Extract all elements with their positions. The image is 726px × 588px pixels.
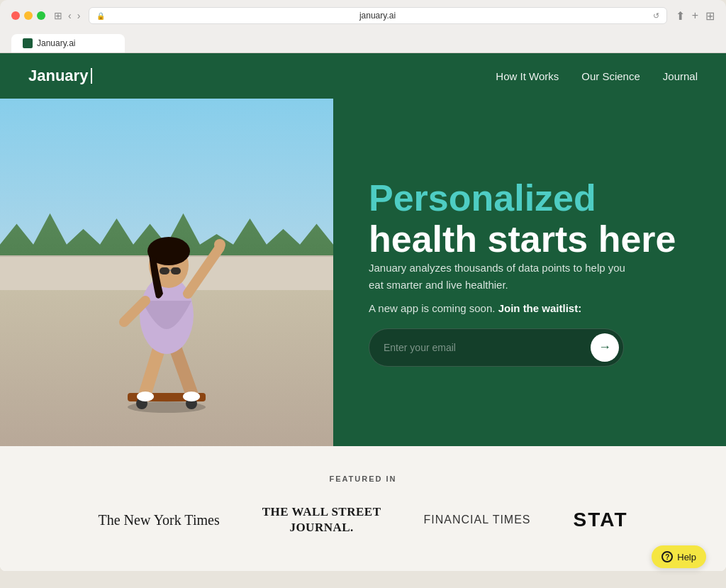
skater-illustration bbox=[89, 191, 245, 418]
maximize-button[interactable] bbox=[37, 11, 45, 20]
svg-rect-12 bbox=[160, 267, 169, 274]
back-icon[interactable]: ‹ bbox=[68, 10, 72, 21]
svg-point-16 bbox=[183, 392, 200, 401]
help-button[interactable]: ? Help bbox=[652, 545, 706, 568]
nyt-logo: The New York Times bbox=[99, 512, 220, 528]
logo-cursor bbox=[91, 68, 92, 84]
active-tab[interactable]: January.ai bbox=[11, 34, 125, 52]
nav-our-science[interactable]: Our Science bbox=[581, 70, 640, 82]
tab-favicon bbox=[23, 38, 33, 48]
hero-description: January analyzes thousands of data point… bbox=[369, 260, 638, 294]
browser-tabs: January.ai bbox=[11, 34, 715, 52]
minimize-button[interactable] bbox=[24, 11, 33, 20]
cta-prefix: A new app is coming soon. bbox=[369, 302, 495, 314]
forward-icon[interactable]: › bbox=[77, 10, 81, 21]
share-icon[interactable]: ⬆ bbox=[676, 9, 685, 23]
email-input[interactable] bbox=[384, 342, 591, 353]
hero-image bbox=[0, 99, 333, 446]
hero-title-line2: health starts here bbox=[369, 218, 676, 260]
hero-cta-text: A new app is coming soon. Join the waitl… bbox=[369, 302, 691, 314]
email-signup-form: → bbox=[369, 328, 624, 367]
logo[interactable]: January bbox=[28, 67, 92, 85]
help-icon: ? bbox=[661, 551, 673, 562]
arrow-right-icon: → bbox=[598, 340, 611, 355]
website-content: January How It Works Our Science Journal bbox=[0, 53, 726, 571]
close-button[interactable] bbox=[11, 11, 20, 20]
hero-title-teal: Personalized bbox=[369, 178, 691, 218]
nav-how-it-works[interactable]: How It Works bbox=[496, 70, 559, 82]
hero-title-white: health starts here bbox=[369, 219, 691, 260]
sidebar-toggle-icon[interactable]: ⊞ bbox=[54, 10, 62, 21]
tab-label: January.ai bbox=[37, 38, 75, 48]
featured-section: FEATURED IN The New York Times THE WALL … bbox=[0, 446, 726, 571]
press-logos: The New York Times THE WALL STREETJOURNA… bbox=[43, 504, 683, 536]
logo-text: January bbox=[28, 67, 88, 85]
nav-links: How It Works Our Science Journal bbox=[496, 70, 698, 82]
help-label: Help bbox=[677, 552, 696, 562]
new-tab-icon[interactable]: + bbox=[692, 9, 698, 22]
featured-label: FEATURED IN bbox=[43, 475, 683, 483]
grid-icon[interactable]: ⊞ bbox=[705, 9, 715, 23]
hero-content: Personalized health starts here January … bbox=[333, 99, 726, 446]
traffic-lights bbox=[11, 11, 45, 20]
submit-button[interactable]: → bbox=[591, 333, 619, 362]
svg-point-9 bbox=[214, 239, 225, 250]
navbar: January How It Works Our Science Journal bbox=[0, 53, 726, 99]
browser-actions: ⬆ + ⊞ bbox=[676, 9, 715, 23]
lock-icon: 🔒 bbox=[96, 12, 105, 20]
browser-nav-controls: ⊞ ‹ › bbox=[54, 10, 80, 21]
svg-line-7 bbox=[188, 248, 220, 294]
reload-icon[interactable]: ↺ bbox=[653, 11, 659, 21]
stat-logo: STAT bbox=[574, 509, 628, 531]
address-bar[interactable]: 🔒 january.ai ↺ bbox=[89, 7, 666, 24]
cta-link-text: Join the waitlist: bbox=[498, 302, 582, 314]
nav-journal[interactable]: Journal bbox=[663, 70, 698, 82]
browser-chrome: ⊞ ‹ › 🔒 january.ai ↺ ⬆ + ⊞ January.ai bbox=[0, 0, 726, 53]
svg-rect-13 bbox=[171, 267, 181, 274]
url-text: january.ai bbox=[109, 11, 645, 21]
hero-photo bbox=[0, 99, 333, 446]
wsj-logo: THE WALL STREETJOURNAL. bbox=[262, 504, 381, 536]
hero-title-line1: Personalized bbox=[369, 177, 596, 218]
hero-section: Personalized health starts here January … bbox=[0, 99, 726, 446]
browser-toolbar: ⊞ ‹ › 🔒 january.ai ↺ ⬆ + ⊞ bbox=[11, 7, 715, 31]
svg-point-15 bbox=[137, 392, 154, 401]
svg-line-4 bbox=[145, 347, 160, 393]
ft-logo: FINANCIAL TIMES bbox=[424, 514, 531, 526]
